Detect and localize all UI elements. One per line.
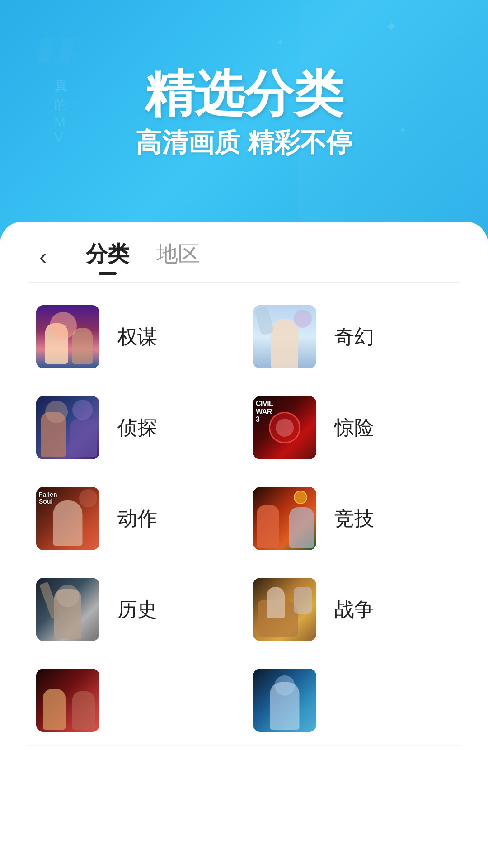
category-item-quanmou[interactable]: 权谋 xyxy=(27,292,244,382)
tab-region[interactable]: 地区 xyxy=(156,240,200,273)
tab-bar: ‹ 分类 地区 xyxy=(0,222,488,273)
category-row-3: FallenSoul 动作 竞技 xyxy=(27,473,461,564)
category-item-jingxian[interactable]: CIVILWAR3 惊险 xyxy=(244,382,461,473)
back-button[interactable]: ‹ xyxy=(27,241,59,272)
category-name-zhentan: 侦探 xyxy=(117,415,157,441)
category-thumb-zhentan xyxy=(36,396,99,459)
hero-title-sub: 高清画质 精彩不停 xyxy=(136,125,352,160)
bg-text-zhen: 真 xyxy=(54,77,68,95)
category-name-jingji: 竞技 xyxy=(334,505,374,532)
category-row-2: 侦探 CIVILWAR3 惊险 xyxy=(27,382,461,473)
bg-text-V: V xyxy=(54,129,68,145)
category-item-zhentan[interactable]: 侦探 xyxy=(27,382,244,473)
category-item-qihuan[interactable]: 奇幻 xyxy=(244,292,461,382)
category-row-4: 历史 战争 xyxy=(27,564,461,655)
hero-section: " 真 的 M V ✦ ✦ ✦ 精选分类 高清画质 精彩不停 xyxy=(0,0,488,235)
hero-title: 精选分类 高清画质 精彩不停 xyxy=(136,66,352,160)
category-thumb-jingxian: CIVILWAR3 xyxy=(253,396,316,459)
category-item-jingji[interactable]: 竞技 xyxy=(244,473,461,564)
category-row-1: 权谋 奇幻 xyxy=(27,292,461,382)
category-thumb-dongzuo: FallenSoul xyxy=(36,487,99,550)
category-item-bottom-right[interactable] xyxy=(244,655,461,745)
back-icon: ‹ xyxy=(39,244,47,269)
category-name-lishi: 历史 xyxy=(117,596,157,623)
category-item-bottom-left[interactable] xyxy=(27,655,244,745)
hero-title-main: 精选分类 xyxy=(136,66,352,121)
bg-text-M: M xyxy=(54,114,68,129)
category-name-quanmou: 权谋 xyxy=(117,324,157,350)
category-thumb-quanmou xyxy=(36,305,99,368)
fallensoul-text: FallenSoul xyxy=(39,491,57,505)
category-item-zhanzhan[interactable]: 战争 xyxy=(244,564,461,655)
category-name-zhanzhan: 战争 xyxy=(334,596,374,623)
category-name-jingxian: 惊险 xyxy=(334,415,374,441)
category-thumb-qihuan xyxy=(253,305,316,368)
tabs: 分类 地区 xyxy=(86,240,200,273)
tab-category[interactable]: 分类 xyxy=(86,240,129,273)
category-grid: 权谋 奇幻 xyxy=(0,283,488,755)
category-thumb-zhanzhan xyxy=(253,578,316,641)
category-row-5 xyxy=(27,655,461,746)
category-item-dongzuo[interactable]: FallenSoul 动作 xyxy=(27,473,244,564)
category-item-lishi[interactable]: 历史 xyxy=(27,564,244,655)
content-card: ‹ 分类 地区 权谋 xyxy=(0,222,488,868)
category-thumb-bottom-right xyxy=(253,669,316,732)
bg-text-de: 的 xyxy=(54,95,68,114)
category-name-qihuan: 奇幻 xyxy=(334,324,374,350)
category-thumb-jingji xyxy=(253,487,316,550)
category-name-dongzuo: 动作 xyxy=(117,505,157,532)
category-thumb-bottom-left xyxy=(36,669,99,732)
category-thumb-lishi xyxy=(36,578,99,641)
